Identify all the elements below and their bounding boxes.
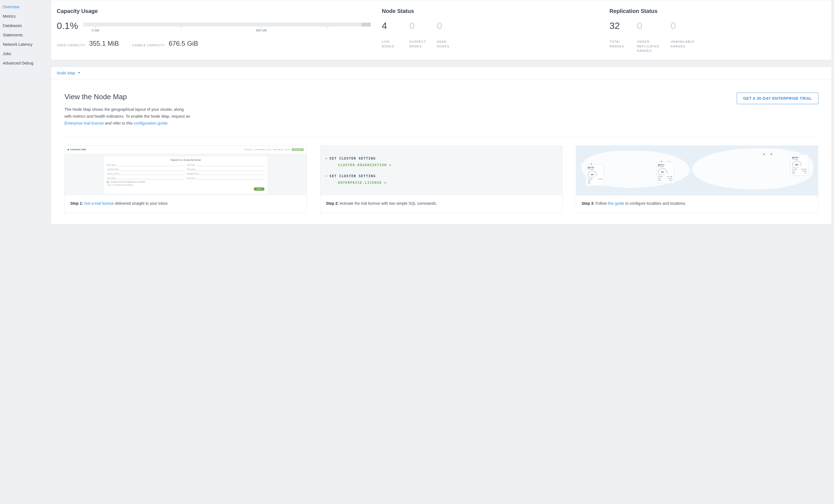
total-ranges-label: TOTAL RANGES xyxy=(610,39,629,48)
live-nodes-value: 4 xyxy=(382,20,401,31)
replication-status-group: Replication Status 32 TOTAL RANGES 0 UND… xyxy=(610,8,826,53)
capacity-usage-group: Capacity Usage 0.1% 0 GiB 400 GiB xyxy=(57,8,371,53)
under-replicated-label: UNDER-REPLICATED RANGES xyxy=(637,39,662,53)
sidebar-item-network-latency[interactable]: Network Latency xyxy=(0,40,51,49)
replication-title: Replication Status xyxy=(610,8,826,14)
step-2-card: >SET CLUSTER SETTING CLUSTER.ORGANIZATIO… xyxy=(320,146,563,213)
node-map-description: The Node Map shows the geographical layo… xyxy=(64,106,191,127)
unavailable-ranges-label: UNAVAILABLE RANGES xyxy=(671,39,696,48)
total-ranges-value: 32 xyxy=(610,20,629,31)
map-badge-1: gce-us… 2 Nodes 9% CAPACITY 0.2 GiB3.4 G… xyxy=(586,165,604,186)
usable-capacity-label: USABLE CAPACITY xyxy=(132,43,165,48)
live-nodes-label: LIVE NODES xyxy=(382,39,401,48)
configuration-guide-link[interactable]: configuration guide xyxy=(134,121,168,125)
get-enterprise-trial-button[interactable]: GET A 30-DAY ENTERPRISE TRIAL xyxy=(737,93,818,104)
sidebar: Overview Metrics Databases Statements Ne… xyxy=(0,0,51,504)
dead-nodes-value: 0 xyxy=(437,20,456,31)
used-capacity-label: USED CAPACITY xyxy=(57,43,85,48)
this-guide-link[interactable]: this guide xyxy=(608,201,624,205)
sidebar-item-databases[interactable]: Databases xyxy=(0,21,51,30)
step-2-caption: Step 2: Activate the trial license with … xyxy=(321,195,562,213)
under-replicated-value: 0 xyxy=(637,20,662,31)
step-3-illustration: gce-us… 2 Nodes 9% CAPACITY 0.2 GiB3.4 G… xyxy=(576,146,818,195)
node-map-dropdown-label: Node Map xyxy=(57,71,75,75)
dead-nodes-label: DEAD NODES xyxy=(437,39,456,48)
unavailable-ranges-value: 0 xyxy=(671,20,696,31)
cluster-stats-panel: Capacity Usage 0.1% 0 GiB 400 GiB xyxy=(51,0,832,60)
capacity-tick-1: 400 GiB xyxy=(256,26,267,32)
map-badge-3: gce-as… 2 Nodes 10% CAPACITY 3.4 GiB34.3… xyxy=(790,155,808,176)
step-3-card: gce-us… 2 Nodes 9% CAPACITY 0.2 GiB3.4 G… xyxy=(576,146,818,213)
capacity-bar xyxy=(83,23,371,26)
node-map-dropdown[interactable]: Node Map xyxy=(51,67,832,79)
capacity-bar-warning-zone xyxy=(361,23,371,26)
get-trial-license-link[interactable]: Get a trial license xyxy=(84,201,114,205)
sidebar-item-advanced-debug[interactable]: Advanced Debug xyxy=(0,59,51,68)
capacity-tick-blank-1 xyxy=(181,26,181,29)
main-content: Capacity Usage 0.1% 0 GiB 400 GiB xyxy=(51,0,834,504)
usable-capacity-value: 676.5 GiB xyxy=(169,40,198,47)
step-1-card: Cockroach LABS PRODUCT CUSTOMERS DOCS RE… xyxy=(64,146,307,213)
capacity-tick-0: 0 GiB xyxy=(92,26,100,32)
capacity-tick-blank-2 xyxy=(328,26,328,29)
cockroach-labs-logo: Cockroach LABS xyxy=(67,149,86,151)
map-badge-2: gce-eu… 2 Nodes 6% CAPACITY 2.5 GiB42.7 … xyxy=(656,162,674,183)
capacity-percent: 0.1% xyxy=(57,20,78,31)
sidebar-item-statements[interactable]: Statements xyxy=(0,30,51,40)
node-map-title: View the Node Map xyxy=(64,93,191,101)
enterprise-trial-link[interactable]: Enterprise trial license xyxy=(64,121,104,125)
capacity-title: Capacity Usage xyxy=(57,8,371,14)
suspect-nodes-value: 0 xyxy=(410,20,429,31)
node-status-title: Node Status xyxy=(382,8,598,14)
onboarding-steps: Cockroach LABS PRODUCT CUSTOMERS DOCS RE… xyxy=(64,146,818,213)
step-3-caption: Step 3: Follow this guide to configure l… xyxy=(576,195,818,213)
sidebar-item-overview[interactable]: Overview xyxy=(0,2,51,12)
step-1-caption: Step 1: Get a trial license delivered st… xyxy=(65,195,307,213)
step-2-illustration: >SET CLUSTER SETTING CLUSTER.ORGANIZATIO… xyxy=(321,146,562,195)
step-1-illustration: Cockroach LABS PRODUCT CUSTOMERS DOCS RE… xyxy=(65,146,307,195)
sidebar-item-metrics[interactable]: Metrics xyxy=(0,12,51,21)
capacity-axis: 0 GiB 400 GiB xyxy=(83,26,371,33)
sidebar-item-jobs[interactable]: Jobs xyxy=(0,49,51,59)
node-map-panel: Node Map View the Node Map The Node Map … xyxy=(51,67,832,224)
used-capacity-value: 355.1 MiB xyxy=(89,40,119,47)
caret-down-icon xyxy=(78,72,80,73)
suspect-nodes-label: SUSPECT NODES xyxy=(410,39,429,48)
node-status-group: Node Status 4 LIVE NODES 0 SUSPECT NODES… xyxy=(382,8,598,53)
